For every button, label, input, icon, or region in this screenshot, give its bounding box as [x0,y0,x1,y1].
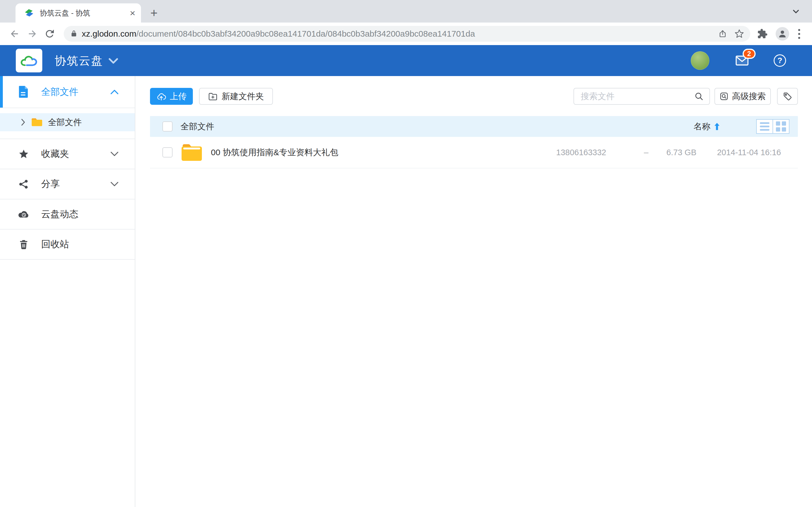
document-icon [17,86,30,98]
app-title: 协筑云盘 [55,53,103,68]
divider [0,259,135,260]
url-text: xz.glodon.com/document/084bc0b3abf34200a… [82,29,711,39]
tab-search-chevron-icon[interactable] [791,7,801,17]
sidebar-item-all-files[interactable]: 全部文件 [0,76,135,108]
reload-icon[interactable] [43,27,56,41]
file-owner: 13806163332 [527,148,606,157]
folder-plus-icon [208,92,218,101]
file-name[interactable]: 00 协筑使用指南&专业资料大礼包 [211,147,527,158]
browser-tab-strip: 协筑云盘 - 协筑 × + [0,0,812,22]
new-folder-label: 新建文件夹 [221,91,264,102]
sidebar-item-favorites[interactable]: 收藏夹 [0,139,135,169]
file-toolbar: 上传 新建文件夹 [150,88,798,105]
sidebar-item-label: 云盘动态 [41,208,79,221]
grid-view-icon [776,121,786,131]
new-tab-button[interactable]: + [146,5,162,21]
user-avatar[interactable] [691,51,709,70]
select-all-checkbox[interactable] [162,121,172,131]
file-list-header-label: 全部文件 [181,121,214,132]
upload-label: 上传 [170,91,187,102]
sidebar-item-activity[interactable]: 云盘动态 [0,200,135,229]
search-box [573,88,710,105]
file-modified-date: 2014-11-04 16:16 [696,148,781,157]
browser-menu-icon[interactable] [794,29,804,39]
url-bar[interactable]: xz.glodon.com/document/084bc0b3abf34200a… [64,26,750,42]
notification-badge: 2 [743,49,756,59]
row-checkbox[interactable] [162,147,172,158]
list-view-icon [760,122,769,131]
forward-icon[interactable] [26,27,39,41]
new-folder-button[interactable]: 新建文件夹 [199,88,273,105]
file-version: – [606,148,649,157]
view-mode-toggle [756,119,790,134]
chrome-right-controls [754,27,804,41]
url-path: /document/084bc0b3abf34200a9bc08ea141701… [136,29,475,38]
folder-icon [31,117,43,127]
tab-title: 协筑云盘 - 协筑 [40,8,130,18]
trash-icon [17,239,30,250]
file-list-header: 全部文件 名称 [150,116,798,137]
site-favicon [23,8,34,18]
star-icon [17,149,30,159]
sidebar-item-share[interactable]: 分享 [0,169,135,199]
advanced-search-icon [719,92,728,101]
search-input[interactable] [574,92,694,101]
sidebar-item-label: 分享 [41,178,60,190]
browser-toolbar: xz.glodon.com/document/084bc0b3abf34200a… [0,22,812,45]
app-header: 协筑云盘 2 ? [0,45,812,76]
search-icon[interactable] [694,92,704,101]
lock-icon [70,30,78,38]
advanced-search-button[interactable]: 高级搜索 [714,88,771,105]
file-row[interactable]: 00 协筑使用指南&专业资料大礼包 13806163332 – 6.73 GB … [150,137,798,168]
tree-item-label: 全部文件 [48,117,82,128]
notifications-button[interactable]: 2 [735,54,749,67]
header-right-controls: 2 ? [691,51,786,70]
folder-icon [181,144,202,161]
chevron-right-icon[interactable] [20,118,27,126]
extensions-icon[interactable] [757,29,768,39]
divider [0,108,135,108]
sort-label: 名称 [694,121,711,132]
tab-close-icon[interactable]: × [130,8,135,18]
file-size: 6.73 GB [649,148,696,157]
tree-item-all-files[interactable]: 全部文件 [0,113,135,131]
sort-ascending-icon [713,122,721,130]
sidebar-item-label: 回收站 [41,238,69,251]
sidebar: 全部文件 全部文件 收藏夹 [0,76,135,507]
sidebar-item-label: 收藏夹 [41,148,69,160]
browser-profile-icon[interactable] [776,27,789,41]
browser-tab[interactable]: 协筑云盘 - 协筑 × [15,3,141,22]
app-logo [16,49,42,72]
tag-icon [783,92,792,101]
back-icon[interactable] [8,27,21,41]
chevron-down-icon[interactable] [110,181,119,187]
sidebar-item-recycle-bin[interactable]: 回收站 [0,230,135,259]
main-content: 上传 新建文件夹 [135,76,812,507]
advanced-search-label: 高级搜索 [732,91,766,102]
tag-filter-button[interactable] [777,88,798,105]
url-domain: xz.glodon.com [82,29,136,38]
chevron-up-icon[interactable] [110,89,119,95]
bookmark-star-icon[interactable] [734,29,744,39]
sidebar-item-label: 全部文件 [41,86,79,98]
list-view-button[interactable] [757,120,773,133]
help-button[interactable]: ? [774,54,786,67]
cloud-upload-icon [156,92,166,101]
sort-control[interactable]: 名称 [694,121,721,132]
app-switcher-chevron-icon[interactable] [108,57,118,66]
share-page-icon[interactable] [718,29,727,38]
active-indicator [0,76,3,108]
chevron-down-icon[interactable] [110,151,119,157]
share-icon [17,179,30,189]
grid-view-button[interactable] [773,120,789,133]
upload-button[interactable]: 上传 [150,88,193,105]
cloud-activity-icon [17,210,30,219]
